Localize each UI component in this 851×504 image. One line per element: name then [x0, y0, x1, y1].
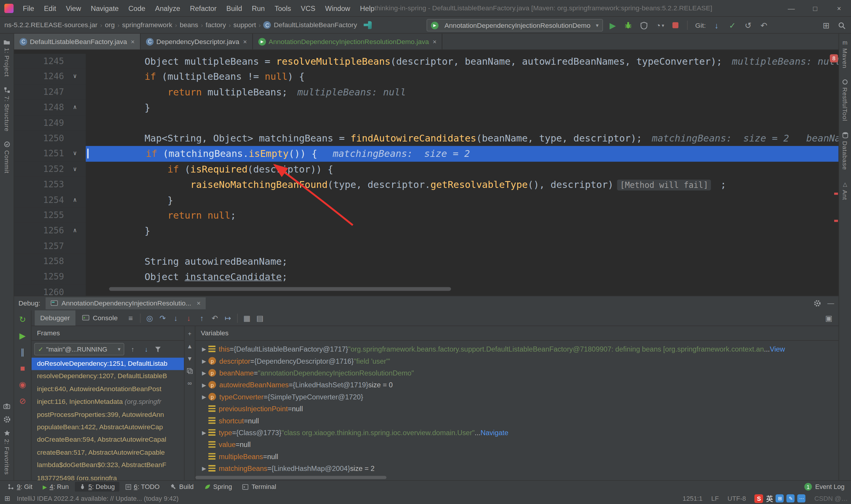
- variable-row-previousinjectionpoint[interactable]: previousInjectionPoint = null: [195, 403, 838, 414]
- toolwindow-button-terminal[interactable]: Terminal: [238, 482, 280, 491]
- frame-row[interactable]: 1837725498 (org.springfra: [32, 472, 184, 480]
- gutter[interactable]: 1251 ∨: [14, 146, 86, 162]
- gutter[interactable]: 1247: [14, 85, 86, 100]
- menu-vcs[interactable]: VCS: [296, 0, 320, 17]
- editor-line-1257[interactable]: 1257: [14, 239, 838, 254]
- close-icon[interactable]: ×: [433, 38, 436, 46]
- toolwindow-button-5-debug[interactable]: 5: Debug: [75, 482, 119, 491]
- menu-refactor[interactable]: Refactor: [185, 0, 221, 17]
- variable-row-shortcut[interactable]: shortcut = null: [195, 414, 838, 426]
- breadcrumb-beans[interactable]: beans: [180, 21, 198, 29]
- frame-row[interactable]: doResolveDependency:1251, DefaultListab: [32, 358, 184, 370]
- line-number[interactable]: 1250: [14, 131, 69, 146]
- drop-frame-icon[interactable]: ↶: [208, 314, 221, 322]
- line-number[interactable]: 1254: [14, 192, 69, 208]
- toolwindow-1-project[interactable]: 1: Project: [3, 39, 10, 77]
- fold-icon[interactable]: [68, 269, 81, 285]
- fold-icon[interactable]: [68, 115, 81, 130]
- gear-icon[interactable]: [813, 300, 821, 307]
- minimize-button[interactable]: —: [779, 0, 803, 17]
- close-button[interactable]: ×: [827, 0, 851, 17]
- camera-icon[interactable]: [3, 403, 10, 409]
- step-into-icon[interactable]: ↓: [169, 314, 182, 322]
- breadcrumb-ns-5-2-2-release-sources-jar[interactable]: ns-5.2.2.RELEASE-sources.jar: [4, 21, 97, 29]
- variable-row-this[interactable]: ▶this = {DefaultListableBeanFactory@1717…: [195, 343, 838, 355]
- menu-window[interactable]: Window: [320, 0, 355, 17]
- error-mark[interactable]: [834, 193, 838, 195]
- editor-line-1259[interactable]: 1259 Object instanceCandidate;: [14, 269, 838, 285]
- editor-line-1258[interactable]: 1258 String autowiredBeanName;: [14, 254, 838, 269]
- profiler-button[interactable]: ◔▾: [654, 19, 666, 31]
- breadcrumb-org[interactable]: org: [105, 21, 115, 29]
- tab-annotationdependencyinjectionresolutiondemo-java[interactable]: ▶AnnotationDependencyInjectionResolution…: [253, 34, 442, 49]
- toolwindows-icon[interactable]: ⊞: [820, 19, 832, 31]
- pause-icon[interactable]: ∥: [20, 347, 24, 357]
- line-number[interactable]: 1255: [14, 208, 69, 223]
- gutter[interactable]: 1253: [14, 177, 86, 192]
- fold-icon[interactable]: ∧: [68, 223, 81, 238]
- line-number[interactable]: 1260: [14, 285, 69, 296]
- menu-file[interactable]: File: [18, 0, 39, 17]
- line-number[interactable]: 1258: [14, 254, 69, 269]
- editor-line-1249[interactable]: 1249: [14, 115, 838, 130]
- frame-row[interactable]: populateBean:1422, AbstractAutowireCap: [32, 421, 184, 434]
- menu-view[interactable]: View: [61, 0, 86, 17]
- stop-icon[interactable]: ■: [20, 364, 25, 373]
- line-number[interactable]: 1259: [14, 269, 69, 285]
- fold-icon[interactable]: [68, 285, 81, 296]
- close-icon[interactable]: ×: [131, 38, 135, 46]
- gutter[interactable]: 1259: [14, 269, 86, 285]
- toolwindow-ant[interactable]: △Ant: [842, 181, 848, 200]
- fold-icon[interactable]: [68, 131, 81, 146]
- editor-line-1256[interactable]: 1256 ∧ }: [14, 223, 838, 238]
- expand-arrow-icon[interactable]: ▶: [200, 358, 208, 364]
- event-log-button[interactable]: Event Log: [815, 483, 845, 491]
- git-history-icon[interactable]: ↺: [742, 19, 754, 31]
- frame-row[interactable]: lambda$doGetBean$0:323, AbstractBeanF: [32, 459, 184, 472]
- filter-icon[interactable]: [155, 346, 165, 353]
- toolwindow-7-structure[interactable]: 7: Structure: [3, 87, 10, 131]
- gutter[interactable]: 1258: [14, 254, 86, 269]
- line-number[interactable]: 1246: [14, 69, 69, 85]
- layout-settings-icon[interactable]: ▤: [253, 314, 266, 322]
- editor-line-1245[interactable]: 1245 Object multipleBeans = resolveMulti…: [14, 54, 838, 69]
- expand-arrow-icon[interactable]: ▶: [200, 346, 208, 352]
- variable-row-descriptor[interactable]: ▶pdescriptor = {DependencyDescriptor@171…: [195, 355, 838, 367]
- gutter[interactable]: 1246 ∨: [14, 69, 86, 85]
- fold-icon[interactable]: ∧: [68, 192, 81, 208]
- breadcrumb-support[interactable]: support: [233, 21, 256, 29]
- run-config-selector[interactable]: ▶ AnnotationDependencyInjectionResolutio…: [427, 19, 603, 31]
- step-over-icon[interactable]: ↷: [156, 314, 169, 322]
- gutter[interactable]: 1254 ∧: [14, 192, 86, 208]
- menu-run[interactable]: Run: [247, 0, 270, 17]
- sogou-icon[interactable]: S: [755, 494, 763, 503]
- tab-debugger[interactable]: Debugger: [35, 310, 76, 326]
- expand-arrow-icon[interactable]: ▶: [200, 370, 208, 376]
- gutter[interactable]: 1256 ∧: [14, 223, 86, 238]
- frame-row[interactable]: doCreateBean:594, AbstractAutowireCapal: [32, 434, 184, 446]
- variable-row-typeconverter[interactable]: ▶ptypeConverter = {SimpleTypeConverter@1…: [195, 391, 838, 402]
- editor-line-1251[interactable]: 1251 ∨ if (matchingBeans.isEmpty()) { ma…: [14, 146, 838, 162]
- toolwindow-database[interactable]: Database: [842, 132, 848, 170]
- ime-more-icon[interactable]: ⋯: [798, 494, 806, 503]
- frame-row[interactable]: postProcessProperties:399, AutowiredAnn: [32, 408, 184, 421]
- caret-position[interactable]: 1251:1: [683, 494, 702, 502]
- fold-icon[interactable]: [68, 54, 81, 69]
- step-out-icon[interactable]: ↑: [195, 314, 208, 322]
- line-number[interactable]: 1252: [14, 162, 69, 177]
- ime-keyboard-icon[interactable]: ⊞: [776, 494, 784, 503]
- toolwindow-switcher-icon[interactable]: ⊞: [4, 494, 10, 503]
- watch-return-values-icon[interactable]: ∞: [188, 380, 192, 386]
- fold-icon[interactable]: ∨: [68, 69, 81, 85]
- editor-line-1247[interactable]: 1247 return multipleBeans;multipleBeans:…: [14, 85, 838, 100]
- scroll-down-icon[interactable]: ▼: [187, 355, 193, 362]
- error-mark[interactable]: [834, 220, 838, 222]
- coverage-button[interactable]: [638, 19, 650, 31]
- git-commit-icon[interactable]: ✓: [726, 19, 738, 31]
- breadcrumb-defaultlistablebeanfactory[interactable]: DefaultListableBeanFactory: [274, 21, 357, 29]
- force-step-into-icon[interactable]: ↓: [182, 314, 195, 322]
- toolwindow-button-build[interactable]: Build: [165, 482, 198, 491]
- status-message[interactable]: IntelliJ IDEA 2022.2.4 available: // Upd…: [17, 494, 179, 502]
- tab-console[interactable]: Console: [76, 310, 123, 326]
- debug-session-tab[interactable]: AnnotationDependencyInjectionResolutio..…: [46, 298, 206, 309]
